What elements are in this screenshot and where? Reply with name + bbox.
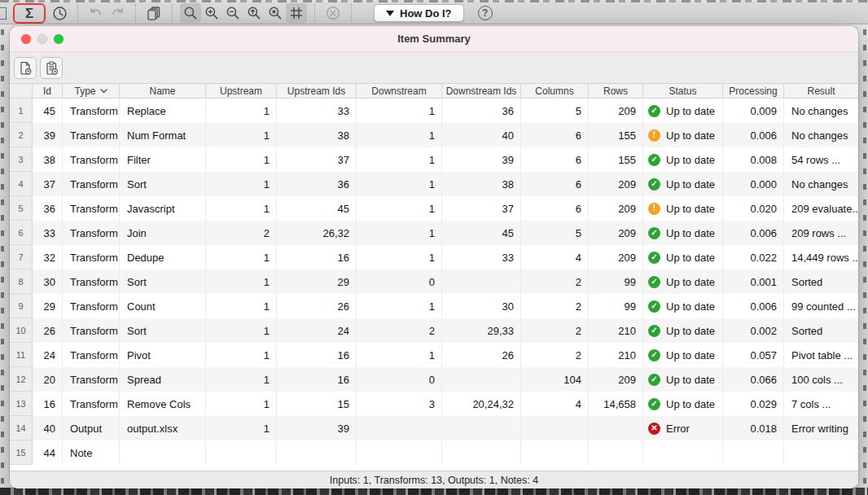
cell-rows: 209: [589, 196, 643, 221]
ok-status-icon: ✓: [648, 178, 660, 191]
cell-upstream_ids: 16: [277, 245, 357, 269]
cell-upstream_ids: 24: [277, 318, 357, 343]
ok-status-icon: ✓: [648, 276, 660, 288]
table-row[interactable]: 1544Note: [10, 440, 858, 465]
redo-icon[interactable]: [107, 3, 128, 23]
export-to-file-button[interactable]: [14, 57, 37, 79]
column-header-type[interactable]: Type: [63, 84, 120, 98]
cell-downstream: 3: [357, 392, 442, 416]
column-header-downstream[interactable]: Downstream: [357, 84, 442, 98]
how-do-i-button[interactable]: How Do I?: [374, 4, 464, 22]
screen: Σ: [0, 0, 868, 495]
ok-status-icon: ✓: [648, 252, 660, 264]
cell-result: 54 rows ...: [784, 147, 858, 172]
zoom-selection-icon[interactable]: [265, 3, 286, 23]
table-row[interactable]: 633TransformJoin226,321455209✓Up to date…: [10, 221, 858, 245]
ok-status-icon: ✓: [648, 300, 660, 313]
zoom-in-icon[interactable]: [201, 3, 222, 23]
table-row[interactable]: 929TransformCount126130299✓Up to date0.0…: [10, 294, 858, 318]
cell-upstream_ids: 15: [277, 392, 357, 416]
close-window-button[interactable]: [21, 34, 31, 44]
cell-upstream: 1: [206, 318, 277, 343]
table-row[interactable]: 1124TransformPivot1161262210✓Up to date0…: [10, 343, 858, 367]
row-number: 10: [10, 318, 33, 343]
table-row[interactable]: 732TransformDedupe1161334209✓Up to date0…: [10, 245, 858, 269]
zoom-reset-icon[interactable]: [243, 3, 265, 23]
schedule-clock-icon[interactable]: [49, 3, 70, 23]
clipped-background-bottom: [0, 488, 868, 495]
undo-icon[interactable]: [85, 3, 107, 23]
row-number: 5: [10, 196, 33, 221]
column-header-status[interactable]: Status: [643, 84, 723, 98]
table-row[interactable]: 1316TransformRemove Cols115320,24,32414,…: [10, 392, 858, 416]
column-header-label: Processing: [729, 85, 777, 97]
cell-name: Dedupe: [120, 245, 206, 269]
column-header-label: Upstream: [220, 85, 262, 97]
help-icon[interactable]: ?: [478, 6, 493, 20]
cell-result: 209 rows ...: [784, 221, 858, 245]
cell-columns: 5: [521, 99, 589, 123]
cell-name: Sort: [120, 318, 206, 343]
cell-status: !Up to date: [643, 196, 723, 221]
chevron-down-icon: [100, 89, 107, 94]
table-row[interactable]: 338TransformFilter1371396155✓Up to date0…: [10, 147, 858, 172]
table-row[interactable]: 239TransformNum Format1381406155!Up to d…: [10, 123, 858, 147]
zoom-out-icon[interactable]: [222, 3, 243, 23]
column-header-upstream[interactable]: Upstream: [206, 84, 277, 98]
cell-downstream: 1: [357, 294, 442, 318]
traffic-lights: [21, 26, 64, 52]
duplicate-pages-icon[interactable]: [143, 3, 164, 23]
cell-name: [120, 440, 206, 465]
column-header-columns[interactable]: Columns: [521, 84, 589, 98]
cell-name: Count: [120, 294, 206, 318]
status-label: Up to date: [666, 154, 715, 166]
column-header-downstream_ids[interactable]: Downstream Ids: [442, 84, 521, 98]
cell-type: Transform: [63, 294, 120, 318]
ok-status-icon: ✓: [648, 227, 660, 239]
ok-status-icon: ✓: [648, 398, 660, 410]
window-titlebar[interactable]: Item Summary: [10, 26, 858, 52]
cell-processing: 0.006: [723, 123, 784, 147]
column-header-processing[interactable]: Processing: [723, 84, 784, 98]
cell-columns: 2: [521, 269, 589, 294]
column-header-id[interactable]: Id: [33, 84, 63, 98]
column-header-name[interactable]: Name: [120, 84, 206, 98]
cell-upstream: 1: [206, 196, 277, 221]
cancel-circle-icon[interactable]: [322, 3, 344, 23]
cell-downstream_ids: 38: [442, 172, 521, 196]
cell-downstream: 1: [357, 172, 442, 196]
status-label: Up to date: [666, 227, 715, 239]
clipped-background-top: [0, 0, 868, 2]
column-header-result[interactable]: Result: [784, 84, 858, 98]
copy-to-clipboard-button[interactable]: [40, 57, 63, 79]
table-row[interactable]: 1026TransformSort124229,332210✓Up to dat…: [10, 318, 858, 343]
table-row[interactable]: 536TransformJavascript1451376209!Up to d…: [10, 196, 858, 221]
cell-status: !Up to date: [643, 123, 723, 147]
table-row[interactable]: 1220TransformSpread1160104209✓Up to date…: [10, 367, 858, 392]
zoom-window-button[interactable]: [54, 34, 64, 44]
summary-footer: Inputs: 1, Transforms: 13, Outputs: 1, N…: [10, 471, 858, 488]
cell-processing: 0.000: [723, 172, 784, 196]
header-gutter: [10, 84, 33, 98]
row-number: 7: [10, 245, 33, 269]
table-row[interactable]: 437TransformSort1361386209✓Up to date0.0…: [10, 172, 858, 196]
table-row[interactable]: 145TransformReplace1331365209✓Up to date…: [10, 99, 858, 123]
search-icon[interactable]: [180, 3, 201, 23]
table-row[interactable]: 1440Outputoutput.xlsx139✕Error0.018Error…: [10, 416, 858, 440]
cell-upstream: 1: [206, 294, 277, 318]
window-title: Item Summary: [397, 33, 471, 45]
column-header-upstream_ids[interactable]: Upstream Ids: [277, 84, 357, 98]
column-header-rows[interactable]: Rows: [589, 84, 643, 98]
cell-status: ✓Up to date: [643, 367, 723, 392]
error-status-icon: ✕: [648, 423, 660, 435]
item-summary-sigma-icon[interactable]: Σ: [19, 3, 40, 23]
cell-status: ✓Up to date: [643, 221, 723, 245]
grid-snap-icon[interactable]: [286, 3, 307, 23]
cell-type: Transform: [63, 318, 120, 343]
cell-downstream: [357, 416, 442, 440]
status-label: Up to date: [666, 349, 715, 361]
cell-downstream: 0: [357, 269, 442, 294]
table-row[interactable]: 830TransformSort1290299✓Up to date0.001S…: [10, 269, 858, 294]
cell-status: ✓Up to date: [643, 294, 723, 318]
cell-columns: 6: [521, 123, 589, 147]
